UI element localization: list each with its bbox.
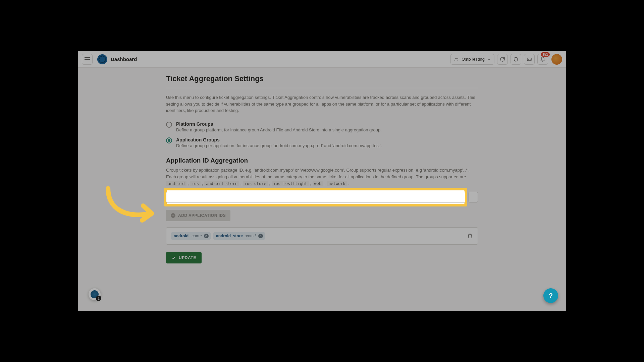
radio-desc: Define a group platform, for instance gr…: [176, 127, 382, 132]
tag-code: web: [313, 181, 323, 186]
chip-group: android:com.* ✕ android_store:com.* ✕: [166, 227, 478, 245]
refresh-button[interactable]: [497, 54, 508, 65]
id-card-icon: [527, 57, 532, 62]
notifications-button[interactable]: 151: [537, 54, 548, 65]
org-switcher[interactable]: OstoTesting: [450, 54, 494, 65]
tag-code: android: [166, 181, 186, 186]
chevron-down-icon: [487, 58, 491, 61]
radio-label: Platform Groups: [176, 121, 382, 127]
divider: [166, 88, 478, 88]
shield-icon: [513, 57, 519, 62]
app-logo: [97, 54, 107, 64]
intro-text: Use this menu to configure ticket aggreg…: [166, 94, 478, 114]
delete-group[interactable]: [467, 233, 473, 239]
input-row: [166, 192, 478, 202]
clear-button[interactable]: [469, 192, 478, 202]
chip-suffix: :com.*: [245, 234, 256, 238]
chip: android_store:com.* ✕: [213, 232, 265, 240]
add-button-label: ADD APPLICATION IDS: [178, 213, 226, 218]
topbar: Dashboard OstoTesting 151: [78, 51, 566, 68]
notifications-badge: 151: [541, 52, 550, 57]
avatar[interactable]: [551, 54, 562, 65]
app-window: Dashboard OstoTesting 151: [78, 51, 566, 311]
add-application-ids-button[interactable]: + ADD APPLICATION IDS: [166, 210, 230, 221]
update-button[interactable]: UPDATE: [166, 252, 202, 263]
section-desc: Group tickets by application package ID,…: [166, 167, 478, 187]
page-title: Ticket Aggregation Settings: [166, 74, 478, 83]
chip: android:com.* ✕: [171, 232, 211, 240]
arrow-annotation: [98, 185, 165, 232]
settings-panel: Ticket Aggregation Settings Use this men…: [166, 74, 478, 263]
check-icon: [171, 255, 176, 260]
plus-icon: +: [171, 213, 175, 218]
chip-remove[interactable]: ✕: [204, 234, 209, 238]
chip-prefix: android: [174, 234, 189, 238]
refresh-icon: [500, 57, 505, 62]
application-id-input[interactable]: [166, 192, 465, 202]
update-label: UPDATE: [179, 255, 196, 260]
section-title: Application ID Aggregation: [166, 157, 478, 164]
radio-platform-groups[interactable]: Platform Groups Define a group platform,…: [166, 121, 478, 132]
card-button[interactable]: [524, 54, 535, 65]
people-icon: [454, 57, 459, 62]
assistant-widget[interactable]: 1: [89, 288, 101, 300]
radio-icon: [166, 122, 172, 128]
assistant-badge: 1: [96, 296, 101, 301]
radio-desc: Define a group per application, for inst…: [176, 143, 382, 148]
radio-application-groups[interactable]: Application Groups Define a group per ap…: [166, 137, 478, 148]
content: Ticket Aggregation Settings Use this men…: [78, 68, 566, 263]
chip-suffix: :com.*: [191, 234, 202, 238]
menu-button[interactable]: [82, 54, 93, 65]
chip-prefix: android_store: [216, 234, 243, 238]
svg-point-1: [457, 58, 458, 59]
chip-remove[interactable]: ✕: [258, 234, 263, 238]
tag-code: android_store: [204, 181, 239, 186]
help-fab[interactable]: ?: [543, 288, 558, 303]
svg-point-3: [528, 59, 529, 60]
tag-code: ios_testflight: [272, 181, 309, 186]
svg-point-0: [455, 58, 457, 59]
trash-icon: [467, 233, 473, 239]
radio-icon: [166, 137, 172, 143]
radio-label: Application Groups: [176, 137, 382, 142]
hamburger-icon: [85, 59, 90, 60]
page-title-top: Dashboard: [111, 56, 137, 62]
bell-icon: [540, 57, 545, 62]
tag-code: ios_store: [243, 181, 268, 186]
tag-code: ios: [190, 181, 201, 186]
tag-code: network: [327, 181, 347, 186]
org-label: OstoTesting: [462, 57, 485, 62]
shield-button[interactable]: [511, 54, 521, 65]
